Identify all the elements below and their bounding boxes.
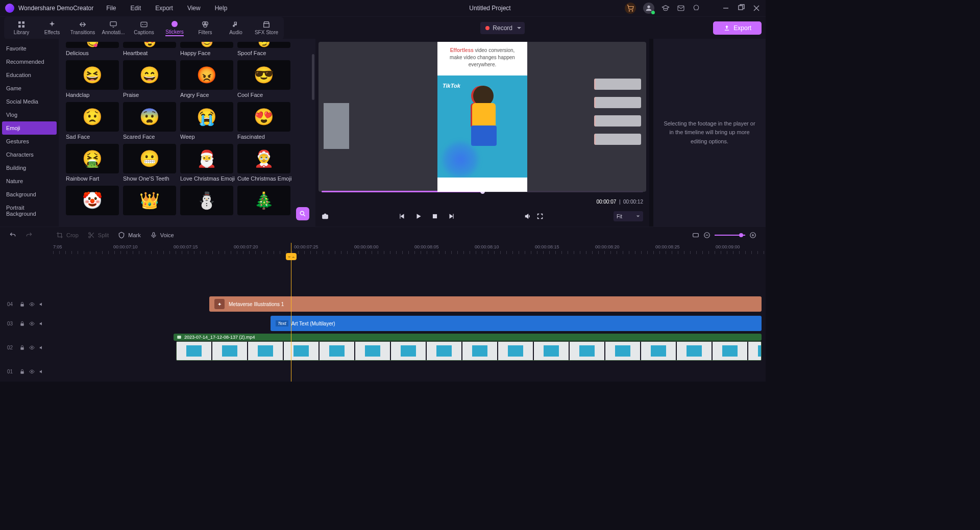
- tab-filters[interactable]: Filters: [190, 18, 220, 38]
- sticker-thumb[interactable]: 😍: [123, 42, 176, 48]
- tab-annotations[interactable]: Annotati...: [98, 18, 129, 38]
- split-button[interactable]: Split: [88, 232, 109, 239]
- sticker-thumb[interactable]: 🤡: [66, 186, 119, 215]
- sidebar-item-social-media[interactable]: Social Media: [0, 95, 59, 108]
- sidebar-item-game[interactable]: Game: [0, 82, 59, 95]
- zoom-in-button[interactable]: [749, 232, 756, 239]
- sidebar-item-favorite[interactable]: Favorite: [0, 42, 59, 55]
- clip-video-thumbs[interactable]: [176, 341, 762, 361]
- sticker-thumb[interactable]: 😄: [123, 60, 176, 90]
- sidebar-item-vlog[interactable]: Vlog: [0, 108, 59, 121]
- eye-icon[interactable]: [29, 301, 35, 307]
- redo-button[interactable]: [26, 232, 33, 239]
- voice-button[interactable]: Voice: [150, 232, 174, 239]
- tab-audio[interactable]: Audio: [220, 18, 251, 38]
- clip-metaverse[interactable]: ✦Metaverse Illustrations 1: [209, 296, 762, 312]
- chevron-down-icon: [636, 214, 640, 218]
- eye-icon[interactable]: [29, 345, 35, 350]
- mute-icon[interactable]: [39, 345, 44, 350]
- sticker-thumb[interactable]: 😆: [66, 60, 119, 90]
- menu-file[interactable]: File: [106, 5, 116, 12]
- export-button[interactable]: Export: [713, 21, 762, 35]
- fit-timeline-icon[interactable]: [692, 232, 699, 239]
- feedback-icon[interactable]: [692, 4, 700, 12]
- scrollbar[interactable]: [312, 54, 314, 100]
- prev-frame-button[interactable]: [399, 213, 406, 220]
- record-button[interactable]: Record: [480, 22, 525, 34]
- playhead[interactable]: ⫟⫠: [291, 243, 291, 382]
- snapshot-icon[interactable]: [322, 213, 329, 220]
- clip-art-text[interactable]: TextArt Text (Multilayer): [271, 316, 762, 331]
- volume-icon[interactable]: [524, 213, 531, 220]
- undo-button[interactable]: [9, 232, 16, 239]
- window-close-button[interactable]: [752, 4, 761, 12]
- sidebar-item-gestures[interactable]: Gestures: [0, 135, 59, 148]
- search-button[interactable]: [296, 207, 309, 220]
- eye-icon[interactable]: [29, 321, 35, 326]
- mute-icon[interactable]: [39, 301, 44, 307]
- tab-effects[interactable]: Effects: [37, 18, 67, 38]
- menu-export[interactable]: Export: [155, 5, 173, 12]
- play-button[interactable]: [415, 213, 422, 220]
- svg-rect-31: [20, 347, 23, 350]
- tab-sfx-store[interactable]: SFX Store: [251, 18, 282, 38]
- zoom-fit-select[interactable]: Fit: [614, 211, 643, 221]
- sticker-thumb[interactable]: 🎄: [237, 186, 290, 215]
- sidebar-item-characters[interactable]: Characters: [0, 148, 59, 161]
- sticker-thumb[interactable]: 🎅: [180, 144, 233, 173]
- mute-icon[interactable]: [39, 369, 44, 374]
- menu-help[interactable]: Help: [215, 5, 228, 12]
- timeline[interactable]: 7:0500:00:07:1000:00:07:1500:00:07:2000:…: [0, 243, 766, 382]
- menu-edit[interactable]: Edit: [131, 5, 141, 12]
- clip-video-header[interactable]: 2023-07-14_17-12-08-137 (2).mp4: [174, 334, 762, 341]
- sidebar-item-building[interactable]: Building: [0, 161, 59, 174]
- sidebar-item-education[interactable]: Education: [0, 68, 59, 82]
- lock-icon[interactable]: [19, 321, 25, 326]
- sticker-thumb[interactable]: 😟: [66, 102, 119, 132]
- tab-library[interactable]: Library: [6, 18, 37, 38]
- lock-icon[interactable]: [19, 301, 25, 307]
- menu-view[interactable]: View: [187, 5, 201, 12]
- sticker-thumb[interactable]: 😎: [237, 60, 290, 90]
- lock-icon[interactable]: [19, 369, 25, 374]
- cart-icon[interactable]: [625, 3, 636, 14]
- lock-icon[interactable]: [19, 345, 25, 350]
- mute-icon[interactable]: [39, 321, 44, 326]
- sticker-thumb[interactable]: 👑: [123, 186, 176, 215]
- tab-stickers[interactable]: Stickers: [159, 18, 190, 38]
- sticker-thumb[interactable]: 🤮: [66, 144, 119, 173]
- fullscreen-icon[interactable]: [536, 213, 544, 220]
- sidebar-item-emoji[interactable]: Emoji: [2, 121, 57, 135]
- sidebar-item-nature[interactable]: Nature: [0, 174, 59, 188]
- timeline-ruler[interactable]: 7:0500:00:07:1000:00:07:1500:00:07:2000:…: [53, 243, 766, 254]
- window-maximize-button[interactable]: [737, 4, 745, 12]
- window-minimize-button[interactable]: [722, 4, 730, 12]
- sidebar-item-recommended[interactable]: Recommended: [0, 55, 59, 68]
- zoom-slider[interactable]: [715, 235, 745, 236]
- crop-button[interactable]: Crop: [56, 232, 79, 239]
- sidebar-item-background[interactable]: Background: [0, 188, 59, 201]
- sticker-thumb[interactable]: 😬: [123, 144, 176, 173]
- sticker-thumb[interactable]: ⛄: [180, 186, 233, 215]
- academy-icon[interactable]: [662, 4, 670, 12]
- sidebar-item-portrait-background[interactable]: Portrait Background: [0, 201, 59, 220]
- app-name: Wondershare DemoCreator: [18, 5, 93, 12]
- sticker-thumb[interactable]: 😨: [123, 102, 176, 132]
- next-frame-button[interactable]: [448, 213, 455, 220]
- zoom-out-button[interactable]: [703, 232, 710, 239]
- sticker-thumb[interactable]: 😏: [237, 42, 290, 48]
- sticker-thumb[interactable]: 😡: [180, 60, 233, 90]
- sticker-thumb[interactable]: 🤶: [237, 144, 290, 173]
- tab-transitions[interactable]: Transitions: [67, 18, 98, 38]
- mark-button[interactable]: Mark: [118, 232, 140, 239]
- eye-icon[interactable]: [29, 369, 35, 374]
- sticker-thumb[interactable]: 😊: [180, 42, 233, 48]
- mail-icon[interactable]: [677, 4, 685, 12]
- sticker-thumb[interactable]: 😭: [180, 102, 233, 132]
- preview-viewport[interactable]: Effortless video conversion,make video c…: [318, 42, 646, 192]
- sticker-thumb[interactable]: 😍: [237, 102, 290, 132]
- sticker-thumb[interactable]: 😋: [66, 42, 119, 48]
- user-avatar-icon[interactable]: [643, 3, 654, 14]
- stop-button[interactable]: [431, 213, 438, 220]
- tab-captions[interactable]: Captions: [129, 18, 159, 38]
